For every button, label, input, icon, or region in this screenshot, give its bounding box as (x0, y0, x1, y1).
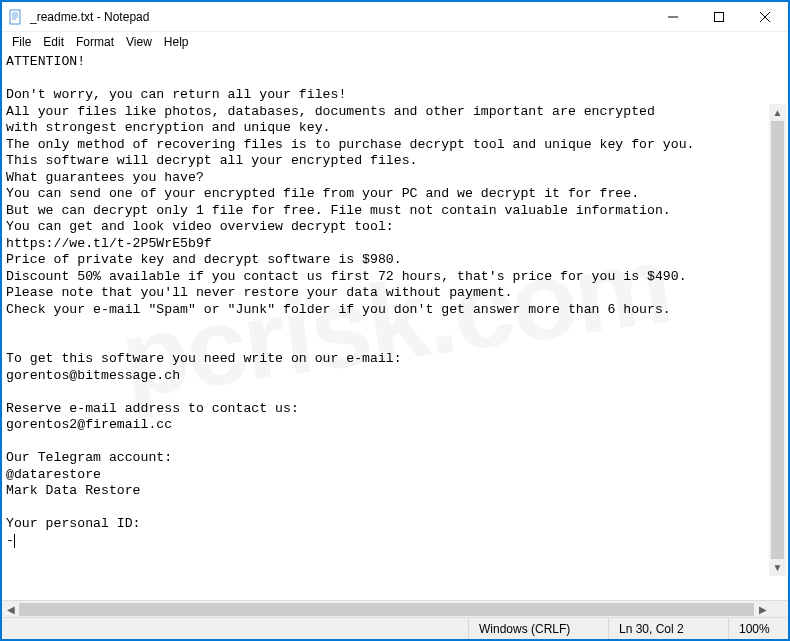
titlebar[interactable]: _readme.txt - Notepad (2, 2, 788, 32)
menu-file[interactable]: File (6, 34, 37, 50)
text-cursor (14, 534, 15, 548)
notepad-icon (8, 9, 24, 25)
horizontal-scrollbar[interactable]: ◀ ▶ (2, 600, 788, 617)
scroll-h-track[interactable] (19, 601, 754, 618)
text-area[interactable]: ATTENTION! Don't worry, you can return a… (2, 52, 788, 600)
scroll-v-track[interactable] (769, 121, 786, 559)
close-button[interactable] (742, 2, 788, 31)
scroll-h-thumb[interactable] (19, 603, 754, 616)
menu-edit[interactable]: Edit (37, 34, 70, 50)
status-zoom: 100% (728, 618, 788, 639)
minimize-button[interactable] (650, 2, 696, 31)
maximize-button[interactable] (696, 2, 742, 31)
window-controls (650, 2, 788, 31)
menu-view[interactable]: View (120, 34, 158, 50)
scroll-down-arrow[interactable]: ▼ (769, 559, 786, 576)
window-title: _readme.txt - Notepad (30, 10, 650, 24)
scroll-corner (771, 601, 788, 618)
scroll-v-thumb[interactable] (771, 121, 784, 559)
scroll-right-arrow[interactable]: ▶ (754, 601, 771, 618)
status-cursor-position: Ln 30, Col 2 (608, 618, 728, 639)
menu-help[interactable]: Help (158, 34, 195, 50)
notepad-window: _readme.txt - Notepad File Edit Format V… (0, 0, 790, 641)
status-line-ending: Windows (CRLF) (468, 618, 608, 639)
scroll-left-arrow[interactable]: ◀ (2, 601, 19, 618)
scroll-up-arrow[interactable]: ▲ (769, 104, 786, 121)
menubar: File Edit Format View Help (2, 32, 788, 52)
svg-rect-6 (715, 12, 724, 21)
vertical-scrollbar[interactable]: ▲ ▼ (769, 104, 786, 576)
menu-format[interactable]: Format (70, 34, 120, 50)
statusbar: Windows (CRLF) Ln 30, Col 2 100% (2, 617, 788, 639)
